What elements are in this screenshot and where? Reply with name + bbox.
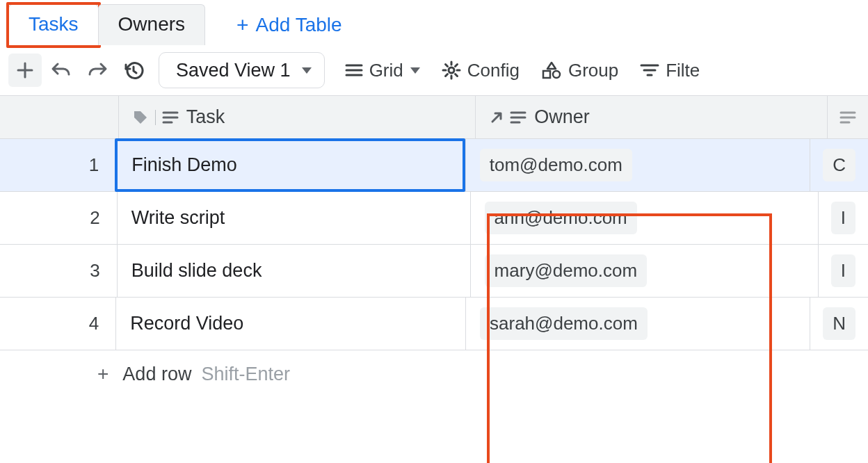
label-tag-icon bbox=[133, 110, 148, 125]
text-lines-icon bbox=[163, 111, 178, 124]
owner-chip: tom@demo.com bbox=[480, 149, 632, 181]
cell-task[interactable]: Build slide deck bbox=[117, 245, 470, 297]
arrow-up-right-icon bbox=[490, 111, 504, 124]
saved-view-label: Saved View 1 bbox=[176, 60, 291, 81]
cell-value: Write script bbox=[131, 207, 225, 229]
undo-icon bbox=[51, 62, 71, 79]
saved-view-selector[interactable]: Saved View 1 bbox=[159, 52, 325, 88]
plus-icon: + bbox=[236, 15, 249, 35]
column-header-extra[interactable] bbox=[827, 96, 868, 138]
cell-task[interactable]: Write script bbox=[117, 192, 470, 244]
table-row[interactable]: 2 Write script ann@demo.com I bbox=[0, 192, 868, 245]
add-record-button[interactable] bbox=[8, 54, 42, 87]
cell-extra[interactable]: C bbox=[810, 139, 868, 191]
redo-icon bbox=[88, 62, 107, 79]
owner-chip: sarah@demo.com bbox=[480, 307, 648, 340]
column-header-task[interactable]: Task bbox=[118, 96, 476, 138]
svg-point-2 bbox=[553, 71, 560, 78]
gear-icon bbox=[442, 61, 460, 79]
tab-label: Owners bbox=[118, 13, 185, 35]
cell-extra[interactable]: I bbox=[818, 192, 868, 244]
grid-header-row: Task Owner bbox=[0, 96, 868, 139]
cell-owner[interactable]: ann@demo.com bbox=[470, 192, 818, 244]
cell-owner[interactable]: sarah@demo.com bbox=[465, 298, 810, 350]
cell-value-partial: N bbox=[823, 307, 855, 340]
data-grid: Task Owner 1 bbox=[0, 95, 868, 350]
add-table-button[interactable]: + Add Table bbox=[224, 7, 355, 43]
svg-rect-1 bbox=[543, 71, 550, 78]
filter-icon bbox=[641, 63, 659, 77]
group-label: Group bbox=[568, 60, 618, 81]
grid-lines-icon bbox=[346, 63, 362, 77]
undo-button[interactable] bbox=[45, 54, 78, 87]
history-icon bbox=[124, 60, 143, 80]
cell-task[interactable]: Record Video bbox=[115, 298, 465, 350]
cell-owner[interactable]: mary@demo.com bbox=[470, 245, 818, 297]
column-label: Owner bbox=[534, 106, 590, 128]
filter-label: Filte bbox=[666, 60, 700, 81]
tab-bar: Tasks Owners + Add Table bbox=[0, 0, 868, 45]
filter-button[interactable]: Filte bbox=[631, 54, 709, 87]
cell-value-partial: I bbox=[831, 202, 855, 234]
plus-icon: + bbox=[97, 363, 108, 385]
cell-extra[interactable]: N bbox=[810, 298, 868, 350]
row-number: 4 bbox=[0, 298, 115, 350]
add-row-hint: Shift-Enter bbox=[201, 364, 290, 385]
chevron-down-icon bbox=[410, 67, 420, 74]
add-row-label: Add row bbox=[122, 364, 191, 385]
chevron-down-icon bbox=[302, 67, 312, 74]
cell-extra[interactable]: I bbox=[818, 245, 868, 297]
tab-owners[interactable]: Owners bbox=[98, 4, 205, 45]
grid-label: Grid bbox=[369, 60, 403, 81]
cell-owner[interactable]: tom@demo.com bbox=[465, 139, 810, 191]
column-label: Task bbox=[186, 106, 225, 128]
layout-grid-button[interactable]: Grid bbox=[336, 54, 430, 87]
text-lines-icon bbox=[511, 111, 526, 124]
table-row[interactable]: 3 Build slide deck mary@demo.com I bbox=[0, 245, 868, 298]
group-shapes-icon bbox=[542, 61, 561, 79]
tab-tasks[interactable]: Tasks bbox=[8, 4, 99, 45]
plus-icon bbox=[17, 63, 33, 78]
svg-point-0 bbox=[449, 67, 454, 73]
column-header-owner[interactable]: Owner bbox=[475, 96, 827, 138]
history-button[interactable] bbox=[117, 54, 150, 87]
add-table-label: Add Table bbox=[256, 14, 342, 36]
row-number: 1 bbox=[0, 139, 115, 191]
text-lines-icon bbox=[840, 111, 855, 124]
toolbar: Saved View 1 Grid Config Group bbox=[0, 45, 868, 95]
cell-value: Finish Demo bbox=[131, 154, 237, 176]
add-row-button[interactable]: + Add row Shift-Enter bbox=[0, 350, 868, 398]
redo-button[interactable] bbox=[81, 54, 114, 87]
cell-value: Build slide deck bbox=[131, 260, 262, 282]
row-number-header bbox=[0, 96, 118, 138]
table-row[interactable]: 1 Finish Demo tom@demo.com C bbox=[0, 139, 868, 192]
owner-chip: ann@demo.com bbox=[485, 202, 637, 234]
config-button[interactable]: Config bbox=[433, 54, 529, 87]
table-row[interactable]: 4 Record Video sarah@demo.com N bbox=[0, 298, 868, 350]
row-number: 2 bbox=[0, 192, 117, 244]
cell-value: Record Video bbox=[130, 313, 243, 334]
group-button[interactable]: Group bbox=[532, 54, 628, 87]
cell-value-partial: C bbox=[823, 149, 855, 181]
config-label: Config bbox=[467, 60, 520, 81]
row-number: 3 bbox=[0, 245, 117, 297]
tab-label: Tasks bbox=[29, 13, 79, 35]
cell-value-partial: I bbox=[831, 254, 855, 287]
owner-chip: mary@demo.com bbox=[485, 254, 648, 287]
cell-task[interactable]: Finish Demo bbox=[115, 138, 465, 192]
